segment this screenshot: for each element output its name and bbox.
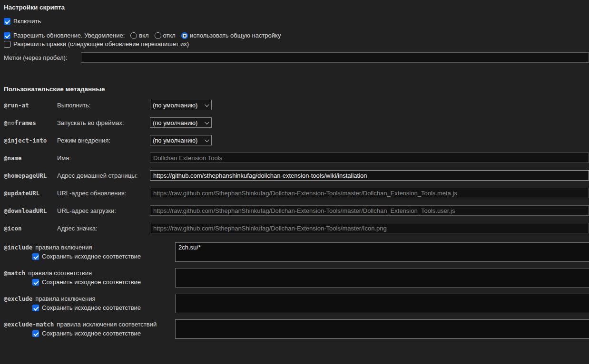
exclude-keep-original-checkbox[interactable]: [32, 305, 39, 311]
exclude-keep-original-label: Сохранить исходное соответствие: [42, 304, 141, 311]
noframes-label: Запускать во фреймах:: [57, 119, 150, 126]
allow-update-row: Разрешить обновление. Уведомление: вкл о…: [4, 32, 589, 39]
rules-section: @include правила включения Сохранить исх…: [4, 242, 589, 339]
script-settings-page: Настройки скрипта Включить Разрешить обн…: [0, 0, 589, 364]
icon-url-input[interactable]: [150, 223, 589, 233]
update-url-input[interactable]: [150, 188, 589, 198]
run-at-select[interactable]: (по умолчанию): [150, 100, 212, 110]
tags-row: Метки (через пробел):: [4, 52, 589, 63]
name-key: @name: [4, 154, 57, 162]
icon-url-label: Адрес значка:: [57, 225, 150, 232]
match-label: правила соответствия: [28, 269, 92, 277]
name-label: Имя:: [57, 154, 150, 162]
allow-update-checkbox[interactable]: [4, 32, 10, 39]
enable-row: Включить: [4, 18, 589, 25]
exclude-match-rules-row: @exclude-match правила исключения соотве…: [4, 319, 589, 339]
icon-url-key: @icon: [4, 225, 57, 232]
notification-off-radio[interactable]: [155, 32, 161, 39]
include-rules-row: @include правила включения Сохранить исх…: [4, 242, 589, 262]
match-keep-original-label: Сохранить исходное соответствие: [42, 278, 141, 286]
allow-edits-label: Разрешить правки (следующее обновление п…: [13, 40, 189, 48]
download-url-label: URL-адрес загрузки:: [57, 207, 150, 214]
run-at-row: @run-at Выполнить: (по умолчанию): [4, 100, 589, 110]
tags-input[interactable]: [81, 52, 589, 63]
inject-into-key: @inject-into: [4, 137, 57, 144]
icon-url-row: @icon Адрес значка:: [4, 223, 589, 233]
homepage-url-label: Адрес домашней страницы:: [57, 172, 150, 179]
update-url-label: URL-адрес обновления:: [57, 190, 150, 197]
notification-on-label: вкл: [139, 32, 148, 39]
include-label: правила включения: [35, 244, 92, 251]
download-url-row: @downloadURL URL-адрес загрузки:: [4, 205, 589, 216]
enable-checkbox[interactable]: [4, 18, 10, 25]
exclude-match-key: @exclude-match: [4, 321, 54, 328]
inject-into-label: Режим внедрения:: [57, 137, 150, 144]
chevron-down-icon: [205, 102, 209, 107]
exclude-label: правила исключения: [35, 295, 95, 302]
include-rules-textarea[interactable]: 2ch.su/*: [175, 242, 589, 262]
download-url-key: @downloadURL: [4, 207, 57, 214]
chevron-down-icon: [205, 120, 209, 125]
name-input[interactable]: [150, 153, 589, 163]
update-url-key: @updateURL: [4, 190, 57, 197]
match-key: @match: [4, 269, 25, 277]
exclude-match-keep-original-checkbox[interactable]: [32, 330, 39, 337]
exclude-match-label: правила исключения соответствий: [57, 321, 157, 328]
homepage-url-row: @homepageURL Адрес домашней страницы:: [4, 170, 589, 181]
tags-label: Метки (через пробел):: [4, 54, 81, 61]
homepage-url-input[interactable]: [150, 170, 589, 181]
exclude-match-rules-textarea[interactable]: [175, 319, 589, 339]
download-url-input[interactable]: [150, 205, 589, 216]
include-key: @include: [4, 244, 32, 251]
match-keep-original-checkbox[interactable]: [32, 279, 39, 286]
noframes-select-value: (по умолчанию): [153, 119, 197, 126]
notification-on-radio[interactable]: [130, 32, 137, 39]
include-keep-original-label: Сохранить исходное соответствие: [42, 253, 141, 260]
exclude-key: @exclude: [4, 295, 32, 302]
inject-into-select[interactable]: (по умолчанию): [150, 135, 212, 145]
match-rules-row: @match правила соответствия Сохранить ис…: [4, 268, 589, 287]
match-rules-textarea[interactable]: [175, 268, 589, 287]
enable-label: Включить: [13, 18, 41, 25]
notification-global-label: использовать общую настройку: [190, 32, 281, 39]
noframes-key-strikethrough: no: [8, 119, 15, 126]
name-row: @name Имя:: [4, 153, 589, 163]
noframes-row: @noframes Запускать во фреймах: (по умол…: [4, 117, 589, 128]
run-at-label: Выполнить:: [57, 102, 150, 109]
custom-metadata-title: Пользовательские метаданные: [4, 86, 589, 93]
script-settings-title: Настройки скрипта: [4, 4, 589, 11]
run-at-key: @run-at: [4, 102, 57, 109]
allow-update-label: Разрешить обновление. Уведомление:: [13, 32, 125, 39]
exclude-rules-row: @exclude правила исключения Сохранить ис…: [4, 294, 589, 313]
allow-edits-checkbox[interactable]: [4, 41, 10, 48]
homepage-url-key: @homepageURL: [4, 172, 57, 179]
exclude-match-keep-original-label: Сохранить исходное соответствие: [42, 330, 141, 337]
exclude-rules-textarea[interactable]: [175, 294, 589, 313]
notification-radio-group: вкл откл использовать общую настройку: [130, 32, 285, 39]
noframes-key: @noframes: [4, 119, 57, 126]
run-at-select-value: (по умолчанию): [153, 102, 197, 109]
notification-off-label: откл: [163, 32, 176, 39]
update-url-row: @updateURL URL-адрес обновления:: [4, 188, 589, 198]
notification-global-radio[interactable]: [181, 32, 188, 39]
noframes-select[interactable]: (по умолчанию): [150, 117, 212, 128]
inject-into-row: @inject-into Режим внедрения: (по умолча…: [4, 135, 589, 145]
chevron-down-icon: [205, 137, 209, 142]
allow-edits-row: Разрешить правки (следующее обновление п…: [4, 40, 589, 48]
include-keep-original-checkbox[interactable]: [32, 253, 39, 260]
inject-into-select-value: (по умолчанию): [153, 137, 197, 144]
